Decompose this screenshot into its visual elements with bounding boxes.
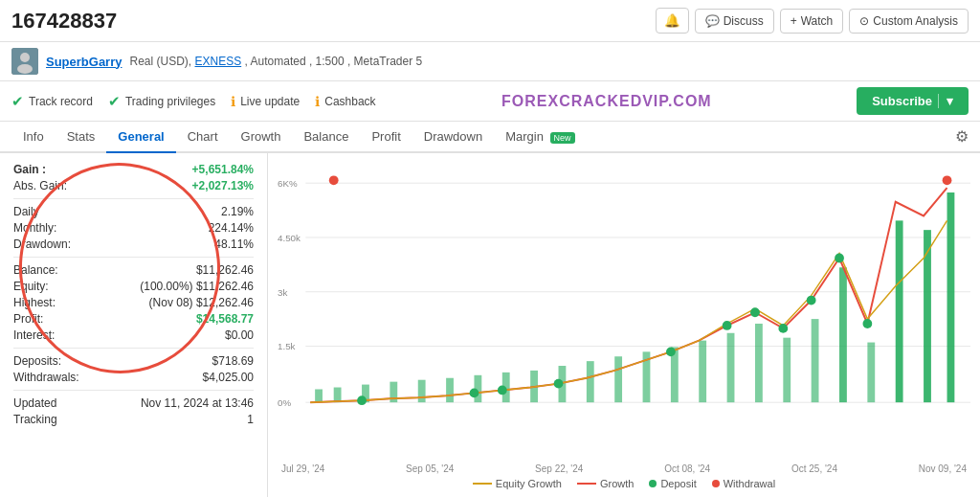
svg-point-38 bbox=[470, 388, 479, 397]
abs-gain-label: Abs. Gain: bbox=[13, 179, 67, 192]
tab-info[interactable]: Info bbox=[11, 122, 56, 153]
track-record-label: Track record bbox=[29, 95, 93, 108]
withdrawals-row: Withdrawals: $4,025.00 bbox=[13, 371, 254, 384]
svg-point-48 bbox=[329, 175, 339, 185]
equity-row: Equity: (100.00%) $11,262.46 bbox=[13, 280, 254, 293]
check-icon: ✔ bbox=[11, 93, 24, 110]
svg-rect-32 bbox=[839, 267, 847, 402]
subscribe-label: Subscribe bbox=[872, 94, 932, 108]
divider-3 bbox=[13, 348, 254, 349]
tab-drawdown[interactable]: Drawdown bbox=[412, 122, 494, 153]
svg-point-46 bbox=[835, 254, 844, 263]
svg-point-40 bbox=[554, 379, 564, 389]
profit-row: Profit: $14,568.77 bbox=[13, 312, 254, 326]
tab-profit[interactable]: Profit bbox=[360, 122, 412, 153]
chart-legend: Equity Growth Growth Deposit Withdrawal bbox=[278, 478, 970, 489]
daily-label: Daily bbox=[13, 205, 39, 218]
updated-value: Nov 11, 2024 at 13:46 bbox=[141, 396, 254, 410]
svg-point-39 bbox=[498, 386, 507, 395]
x-label-4: Oct 08, '24 bbox=[664, 463, 710, 474]
highest-label: Highest: bbox=[13, 296, 56, 309]
svg-point-1 bbox=[20, 53, 30, 62]
drawdown-row: Drawdown: 48.11% bbox=[13, 237, 254, 251]
gain-value: +5,651.84% bbox=[192, 163, 254, 176]
daily-row: Daily 2.19% bbox=[13, 205, 254, 218]
tracking-value: 1 bbox=[247, 413, 254, 426]
gain-label: Gain : bbox=[13, 163, 46, 176]
settings-icon[interactable]: ⚙ bbox=[955, 127, 969, 146]
svg-rect-14 bbox=[334, 388, 342, 403]
equity-label: Equity: bbox=[13, 280, 49, 293]
growth-line bbox=[577, 483, 596, 485]
bell-button[interactable]: 🔔 bbox=[656, 8, 689, 34]
x-label-6: Nov 09, '24 bbox=[919, 463, 967, 474]
broker-link[interactable]: EXNESS bbox=[195, 55, 242, 68]
tab-stats[interactable]: Stats bbox=[56, 122, 107, 153]
stats-panel: Gain : +5,651.84% Abs. Gain: +2,027.13% … bbox=[0, 153, 268, 497]
account-id: 167428837 bbox=[11, 9, 117, 34]
withdrawal-label: Withdrawal bbox=[724, 478, 775, 489]
svg-rect-36 bbox=[947, 192, 955, 402]
svg-rect-31 bbox=[812, 319, 819, 402]
chart-icon: ⊙ bbox=[859, 14, 869, 28]
interest-row: Interest: $0.00 bbox=[13, 328, 254, 342]
status-bar: ✔ Track record ✔ Trading privileges ℹ Li… bbox=[0, 81, 980, 122]
custom-analysis-button[interactable]: ⊙ Custom Analysis bbox=[849, 9, 969, 34]
tracking-row: Tracking 1 bbox=[13, 413, 254, 426]
discuss-button[interactable]: 💬 Discuss bbox=[695, 9, 774, 34]
account-info: SuperbGarry Real (USD), EXNESS , Automat… bbox=[0, 42, 980, 81]
cashback-label: Cashback bbox=[324, 95, 375, 108]
abs-gain-row: Abs. Gain: +2,027.13% bbox=[13, 179, 254, 192]
interest-label: Interest: bbox=[13, 328, 55, 342]
live-update-status: ℹ Live update bbox=[231, 94, 300, 109]
svg-rect-23 bbox=[587, 361, 594, 402]
svg-rect-13 bbox=[315, 389, 323, 402]
svg-point-37 bbox=[357, 395, 367, 405]
svg-rect-28 bbox=[727, 333, 735, 402]
header: 167428837 🔔 💬 Discuss + Watch ⊙ Custom A… bbox=[0, 0, 980, 42]
drawdown-value: 48.11% bbox=[214, 237, 254, 251]
withdrawal-dot bbox=[712, 480, 720, 487]
tab-chart[interactable]: Chart bbox=[176, 122, 230, 153]
watermark: FOREXCRACKEDVIP.COM bbox=[501, 93, 712, 110]
svg-text:3k: 3k bbox=[278, 287, 287, 298]
subscribe-button[interactable]: Subscribe ▾ bbox=[857, 87, 969, 115]
deposits-label: Deposits: bbox=[13, 354, 61, 368]
account-name[interactable]: SuperbGarry bbox=[46, 55, 122, 69]
watch-button[interactable]: + Watch bbox=[780, 9, 844, 34]
equity-value: (100.00%) $11,262.46 bbox=[140, 280, 254, 293]
svg-rect-18 bbox=[446, 378, 454, 402]
watch-label: Watch bbox=[801, 14, 834, 28]
svg-rect-33 bbox=[867, 343, 875, 403]
cashback-status: ℹ Cashback bbox=[315, 94, 375, 109]
svg-text:6K%: 6K% bbox=[278, 178, 298, 189]
deposit-dot bbox=[649, 480, 657, 487]
new-badge: New bbox=[550, 132, 575, 144]
daily-value: 2.19% bbox=[221, 205, 254, 218]
warn-icon: ℹ bbox=[231, 94, 235, 109]
x-label-1: Jul 29, '24 bbox=[281, 463, 324, 474]
svg-point-42 bbox=[723, 321, 732, 330]
track-record-status: ✔ Track record bbox=[11, 93, 93, 110]
chevron-down-icon: ▾ bbox=[938, 94, 953, 108]
avatar bbox=[11, 48, 38, 75]
legend-deposit: Deposit bbox=[649, 478, 696, 489]
svg-point-45 bbox=[807, 296, 816, 305]
deposits-row: Deposits: $718.69 bbox=[13, 354, 254, 368]
check-icon-2: ✔ bbox=[108, 93, 121, 110]
tab-balance[interactable]: Balance bbox=[292, 122, 360, 153]
tab-general[interactable]: General bbox=[106, 122, 175, 153]
divider-2 bbox=[13, 257, 254, 258]
profit-value: $14,568.77 bbox=[196, 312, 254, 326]
svg-point-47 bbox=[862, 319, 872, 328]
account-type: Real (USD), bbox=[129, 55, 191, 68]
tab-margin[interactable]: Margin New bbox=[494, 122, 586, 153]
highest-value: (Nov 08) $12,262.46 bbox=[149, 296, 254, 309]
svg-text:4.50k: 4.50k bbox=[278, 233, 301, 243]
updated-row: Updated Nov 11, 2024 at 13:46 bbox=[13, 396, 254, 410]
custom-analysis-label: Custom Analysis bbox=[873, 14, 958, 28]
svg-rect-27 bbox=[699, 341, 706, 403]
tab-growth[interactable]: Growth bbox=[230, 122, 293, 153]
monthly-row: Monthly: 224.14% bbox=[13, 221, 254, 235]
svg-point-49 bbox=[943, 175, 952, 185]
